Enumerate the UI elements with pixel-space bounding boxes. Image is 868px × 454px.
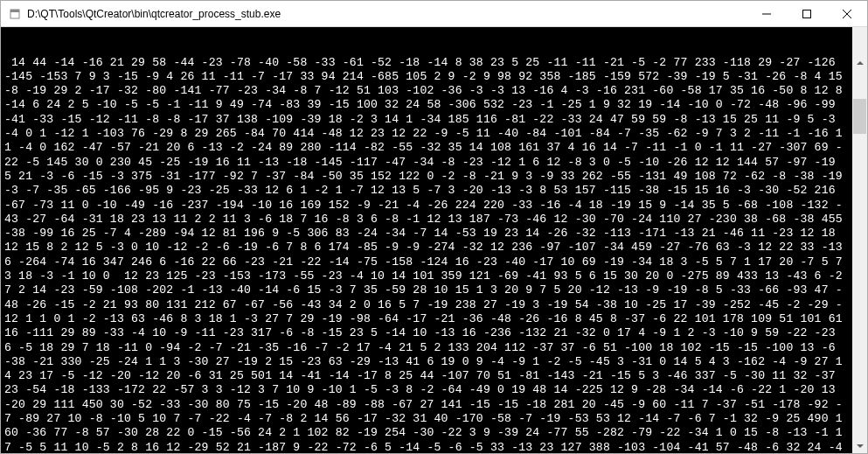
scroll-down-arrow-icon[interactable] bbox=[852, 438, 867, 453]
qtcreator-console-window: D:\QT\Tools\QtCreator\bin\qtcreator_proc… bbox=[0, 0, 868, 454]
console-text: 14 44 -14 -16 21 29 58 -44 -23 -78 -40 -… bbox=[4, 56, 849, 453]
maximize-button[interactable] bbox=[787, 1, 827, 26]
minimize-button[interactable] bbox=[746, 1, 787, 26]
scroll-track[interactable] bbox=[852, 99, 867, 453]
titlebar[interactable]: D:\QT\Tools\QtCreator\bin\qtcreator_proc… bbox=[1, 1, 867, 27]
vertical-scrollbar[interactable] bbox=[852, 27, 867, 453]
app-icon bbox=[8, 7, 22, 21]
console-output-area[interactable]: 14 44 -14 -16 21 29 58 -44 -23 -78 -40 -… bbox=[1, 27, 867, 453]
svg-marker-6 bbox=[857, 61, 864, 65]
svg-marker-7 bbox=[857, 444, 864, 448]
window-controls bbox=[746, 1, 867, 26]
scroll-thumb[interactable] bbox=[853, 99, 866, 134]
window-title: D:\QT\Tools\QtCreator\bin\qtcreator_proc… bbox=[27, 8, 746, 20]
svg-rect-3 bbox=[803, 10, 811, 17]
scroll-up-arrow-icon[interactable] bbox=[852, 56, 867, 71]
close-button[interactable] bbox=[827, 1, 867, 26]
svg-rect-1 bbox=[10, 10, 19, 12]
